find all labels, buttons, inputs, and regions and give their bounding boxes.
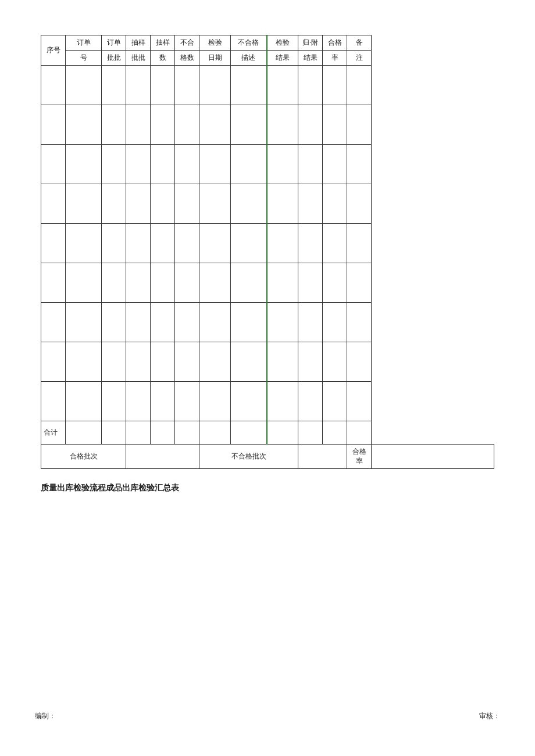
- cell-cypc: [126, 184, 151, 223]
- cell-ddpc: [102, 105, 126, 144]
- cell-jyjg: [267, 302, 298, 342]
- summary-bhgpc-label: 不合格批次: [199, 444, 298, 469]
- cell-xh: [41, 302, 66, 342]
- cell-xh: [41, 223, 66, 263]
- header-cypc-2: 批批: [126, 50, 151, 65]
- cell-jg: [298, 302, 323, 342]
- cell-jg: [298, 381, 323, 421]
- table-row: [41, 302, 494, 342]
- cell-ddpc: [102, 302, 126, 342]
- cell-ddh: [66, 144, 102, 184]
- cell-jyrq: [199, 105, 231, 144]
- cell-ddpc: [102, 223, 126, 263]
- cell-ddh: [66, 342, 102, 381]
- cell-hgl: [323, 302, 347, 342]
- total-ddpc: [102, 421, 126, 444]
- cell-hgl: [323, 105, 347, 144]
- header-cypc-1: 抽样: [126, 35, 151, 51]
- cell-jyjg: [267, 223, 298, 263]
- cell-hgl: [323, 342, 347, 381]
- header-ddh-1: 订单: [66, 35, 102, 51]
- cell-cypc: [126, 223, 151, 263]
- cell-cys: [151, 223, 175, 263]
- table-row: [41, 144, 494, 184]
- header-jg-1: 归·附: [298, 35, 323, 51]
- cell-bggs: [175, 144, 199, 184]
- table-row: [41, 342, 494, 381]
- cell-xh: [41, 65, 66, 105]
- cell-jyrq: [199, 342, 231, 381]
- footer: 编制： 审核：: [35, 711, 500, 721]
- cell-ddpc: [102, 263, 126, 302]
- cell-bz: [347, 223, 372, 263]
- cell-jg: [298, 105, 323, 144]
- total-jg: [298, 421, 323, 444]
- table-total-row: 合计: [41, 421, 494, 444]
- cell-cys: [151, 342, 175, 381]
- cell-cys: [151, 381, 175, 421]
- cell-jg: [298, 65, 323, 105]
- total-label: 合计: [41, 421, 66, 444]
- total-hgl: [323, 421, 347, 444]
- cell-bgsm: [231, 105, 267, 144]
- cell-jyjg: [267, 65, 298, 105]
- cell-ddpc: [102, 144, 126, 184]
- table-row: [41, 263, 494, 302]
- cell-bgsm: [231, 65, 267, 105]
- cell-jyjg: [267, 184, 298, 223]
- table-row: [41, 381, 494, 421]
- header-jyrq-2: 日期: [199, 50, 231, 65]
- cell-hgl: [323, 65, 347, 105]
- cell-ddh: [66, 302, 102, 342]
- cell-ddh: [66, 381, 102, 421]
- cell-jyrq: [199, 223, 231, 263]
- cell-cys: [151, 302, 175, 342]
- cell-cypc: [126, 144, 151, 184]
- header-xh: 序号: [41, 35, 66, 66]
- cell-xh: [41, 263, 66, 302]
- footer-right: 审核：: [479, 711, 500, 721]
- header-jyrq-1: 检验: [199, 35, 231, 51]
- cell-bgsm: [231, 223, 267, 263]
- cell-hgl: [323, 263, 347, 302]
- cell-cys: [151, 105, 175, 144]
- cell-jyjg: [267, 263, 298, 302]
- table-container: 序号 订单 订单 抽样 抽样 不合 检验 不合格 检验 归·附 合格 备 号 批…: [41, 35, 494, 469]
- cell-bz: [347, 263, 372, 302]
- header-bggs-2: 格数: [175, 50, 199, 65]
- cell-bgsm: [231, 184, 267, 223]
- cell-xh: [41, 381, 66, 421]
- cell-jg: [298, 263, 323, 302]
- cell-cypc: [126, 302, 151, 342]
- cell-ddh: [66, 65, 102, 105]
- cell-jg: [298, 342, 323, 381]
- cell-ddpc: [102, 65, 126, 105]
- header-bz-2: 注: [347, 50, 372, 65]
- cell-bz: [347, 144, 372, 184]
- header-jyjg-2: 结果: [267, 50, 298, 65]
- header-cys-1: 抽样: [151, 35, 175, 51]
- summary-hgpc-value: [126, 444, 199, 469]
- cell-cys: [151, 263, 175, 302]
- header-jg-2: 结果: [298, 50, 323, 65]
- main-table: 序号 订单 订单 抽样 抽样 不合 检验 不合格 检验 归·附 合格 备 号 批…: [41, 35, 494, 469]
- cell-ddh: [66, 263, 102, 302]
- cell-cys: [151, 65, 175, 105]
- total-cys: [151, 421, 175, 444]
- cell-cypc: [126, 65, 151, 105]
- page: 序号 订单 订单 抽样 抽样 不合 检验 不合格 检验 归·附 合格 备 号 批…: [0, 0, 535, 756]
- table-row: [41, 65, 494, 105]
- cell-bgsm: [231, 381, 267, 421]
- cell-xh: [41, 342, 66, 381]
- total-bgsm: [231, 421, 267, 444]
- cell-ddpc: [102, 381, 126, 421]
- header-ddpc-2: 批批: [102, 50, 126, 65]
- cell-ddh: [66, 184, 102, 223]
- cell-bgsm: [231, 144, 267, 184]
- cell-ddpc: [102, 342, 126, 381]
- total-jyjg: [267, 421, 298, 444]
- cell-bgsm: [231, 302, 267, 342]
- cell-cypc: [126, 342, 151, 381]
- table-row: [41, 184, 494, 223]
- cell-jyjg: [267, 342, 298, 381]
